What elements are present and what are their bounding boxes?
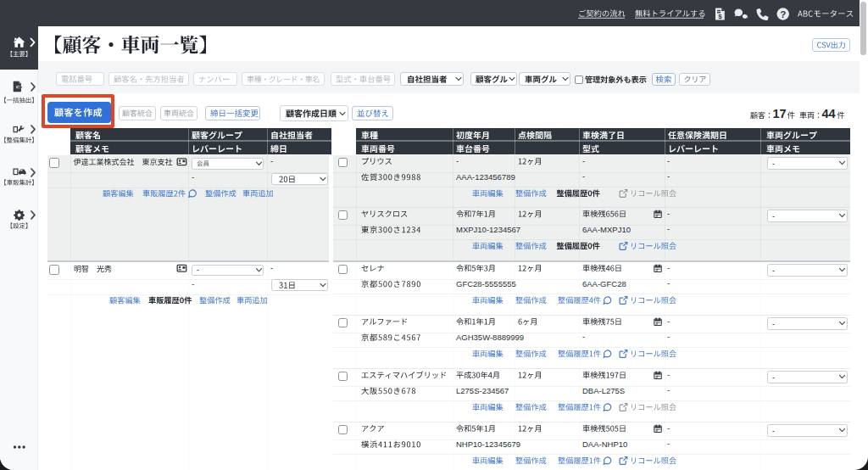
svg-text:-: - <box>772 427 775 435</box>
svg-text:-: - <box>667 439 670 448</box>
svg-text:GFC28-5555555: GFC28-5555555 <box>456 279 516 288</box>
svg-text:-: - <box>582 171 585 181</box>
svg-text:-: - <box>667 209 670 218</box>
svg-text:-: - <box>772 320 775 328</box>
svg-text:-: - <box>270 263 273 272</box>
svg-text:-: - <box>667 423 670 433</box>
svg-text:-: - <box>667 171 670 181</box>
svg-text:-: - <box>772 266 775 275</box>
svg-text:-: - <box>582 156 585 165</box>
svg-text:-: - <box>772 159 775 168</box>
svg-text:-: - <box>667 332 670 341</box>
svg-text:AAA-123456789: AAA-123456789 <box>456 172 515 182</box>
svg-text:AGH35W-8889999: AGH35W-8889999 <box>456 333 524 342</box>
svg-text:-: - <box>667 370 670 379</box>
svg-text:17: 17 <box>773 107 787 120</box>
svg-text:-: - <box>772 373 775 382</box>
svg-text:MXPJ10-1234567: MXPJ10-1234567 <box>456 225 520 234</box>
svg-text:-: - <box>582 332 585 341</box>
svg-text:-: - <box>197 266 199 274</box>
svg-text:6AA-MXPJ10: 6AA-MXPJ10 <box>582 225 631 234</box>
svg-text:L275S-234567: L275S-234567 <box>456 386 509 395</box>
svg-text:DBA-L275S: DBA-L275S <box>582 386 625 395</box>
svg-text:-: - <box>772 212 775 221</box>
svg-text:-: - <box>667 263 670 272</box>
svg-text:-: - <box>667 278 670 288</box>
svg-text:-: - <box>456 156 459 165</box>
svg-text:-: - <box>192 279 194 288</box>
svg-text:-: - <box>667 156 670 165</box>
svg-text:-: - <box>192 172 194 182</box>
svg-text:NHP10-12345679: NHP10-12345679 <box>456 439 520 449</box>
svg-text:44: 44 <box>822 107 836 120</box>
svg-text:-: - <box>667 385 670 394</box>
svg-text:-: - <box>667 224 670 233</box>
svg-text:-: - <box>270 156 273 165</box>
svg-text:6AA-GFC28: 6AA-GFC28 <box>582 279 626 288</box>
svg-text:-: - <box>667 316 670 326</box>
svg-text:DAA-NHP10: DAA-NHP10 <box>582 439 627 449</box>
